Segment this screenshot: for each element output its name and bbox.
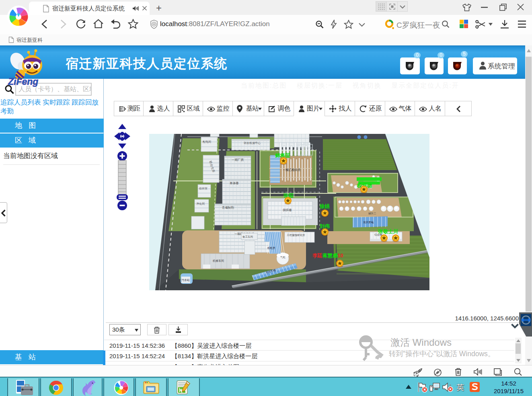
svg-text:一期厂房: 一期厂房 [232, 158, 244, 162]
svg-text:污水站: 污水站 [181, 279, 190, 282]
svg-text:李廷蒋慧感10: 李廷蒋慧感10 [312, 253, 343, 259]
svg-text:机修车间: 机修车间 [213, 259, 224, 263]
svg-text:一酸乙酯装置: 一酸乙酯装置 [283, 168, 301, 172]
svg-text:金工车间: 金工车间 [242, 235, 253, 238]
svg-text:单体楼: 单体楼 [230, 181, 239, 185]
svg-text:机柜房: 机柜房 [267, 246, 275, 249]
svg-text:徐娟: 徐娟 [319, 203, 330, 209]
svg-text:ZiFeng: ZiFeng [8, 76, 38, 87]
svg-text:倒班楼: 倒班楼 [283, 208, 292, 212]
svg-text:青霉制剂: 青霉制剂 [222, 206, 234, 209]
svg-text:气柜: 气柜 [280, 256, 286, 259]
svg-text:值班室: 值班室 [199, 187, 207, 190]
svg-text:刘伟: 刘伟 [319, 224, 330, 229]
svg-text:净化间: 净化间 [196, 202, 205, 205]
svg-text:研发检测中心: 研发检测中心 [244, 142, 261, 145]
svg-text:罐区二: 罐区二 [368, 212, 376, 215]
svg-text:工程腐蚀研究所: 工程腐蚀研究所 [287, 234, 305, 237]
svg-text:配电间: 配电间 [203, 140, 211, 144]
svg-text:张敬士川: 张敬士川 [378, 229, 398, 234]
svg-text:光伏发电: 光伏发电 [363, 221, 374, 224]
